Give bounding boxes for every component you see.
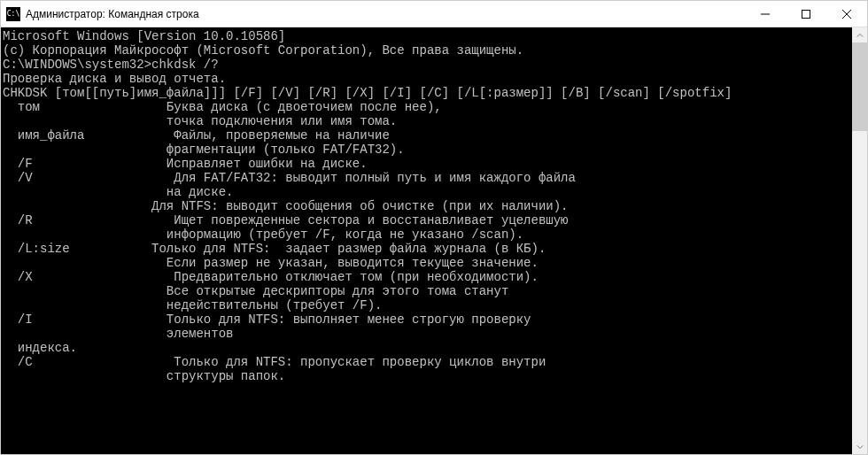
maximize-button[interactable]	[786, 1, 826, 27]
chevron-up-icon	[856, 32, 864, 39]
content-area: Microsoft Windows [Version 10.0.10586](с…	[1, 27, 867, 454]
terminal-line: информацию (требует /F, когда не указано…	[3, 228, 852, 242]
terminal-line: структуры папок.	[3, 369, 852, 383]
terminal-line: /V Для FAT/FAT32: выводит полный путь и …	[3, 171, 852, 185]
terminal-line: C:\WINDOWS\system32>chkdsk /?	[3, 58, 852, 72]
terminal-line: Все открытые дескрипторы для этого тома …	[3, 284, 852, 298]
terminal-line: имя_файла Файлы, проверяемые на наличие	[3, 128, 852, 143]
scroll-thumb[interactable]	[852, 42, 867, 131]
cmd-icon: C:\	[6, 7, 20, 21]
maximize-icon	[802, 10, 810, 19]
scroll-up-button[interactable]	[852, 27, 867, 42]
terminal-line: Microsoft Windows [Version 10.0.10586]	[3, 29, 852, 43]
terminal-line: Если размер не указан, выводится текущее…	[3, 256, 852, 270]
window-title: Администратор: Командная строка	[26, 8, 745, 20]
window-controls	[745, 1, 867, 27]
scroll-down-button[interactable]	[852, 439, 867, 454]
minimize-button[interactable]	[745, 1, 786, 27]
terminal-line: /L:size Только для NTFS: задает размер ф…	[3, 242, 852, 256]
terminal-line: недействительны (требует /F).	[3, 298, 852, 312]
vertical-scrollbar[interactable]	[852, 27, 867, 454]
terminal-line: на диске.	[3, 185, 852, 199]
close-icon	[842, 10, 851, 19]
terminal-line: том Буква диска (с двоеточием после нее)…	[3, 100, 852, 114]
terminal-line: CHKDSK [том[[путь]имя_файла]]] [/F] [/V]…	[3, 86, 852, 100]
terminal-line: точка подключения или имя тома.	[3, 114, 852, 128]
terminal-line: /I Только для NTFS: выполняет менее стро…	[3, 312, 852, 327]
terminal-line: /C Только для NTFS: пропускает проверку …	[3, 355, 852, 369]
minimize-icon	[761, 10, 770, 19]
terminal-output[interactable]: Microsoft Windows [Version 10.0.10586](с…	[1, 27, 852, 454]
terminal-line: Проверка диска и вывод отчета.	[3, 72, 852, 86]
close-button[interactable]	[826, 1, 867, 27]
terminal-line: (с) Корпорация Майкрософт (Microsoft Cor…	[3, 43, 852, 58]
chevron-down-icon	[856, 443, 864, 451]
terminal-line: /F Исправляет ошибки на диске.	[3, 157, 852, 171]
terminal-line: /X Предварительно отключает том (при нео…	[3, 270, 852, 284]
terminal-line: индекса.	[3, 341, 852, 355]
terminal-line: фрагментации (только FAT/FAT32).	[3, 143, 852, 157]
titlebar: C:\ Администратор: Командная строка	[1, 1, 867, 27]
svg-rect-1	[802, 11, 810, 19]
terminal-line: /R Ищет поврежденные сектора и восстанав…	[3, 213, 852, 228]
terminal-line: Для NTFS: выводит сообщения об очистке (…	[3, 199, 852, 213]
terminal-line: элементов	[3, 327, 852, 341]
